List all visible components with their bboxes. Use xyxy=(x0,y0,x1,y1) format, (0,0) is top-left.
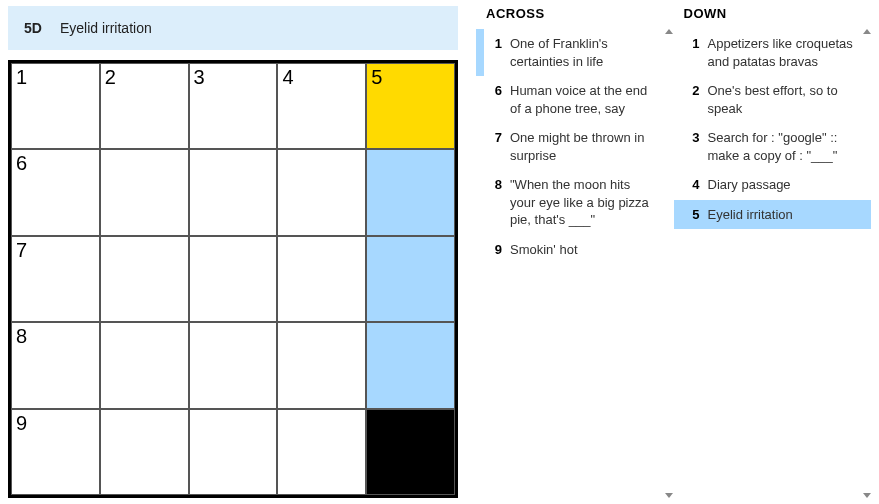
clue-number: 8 xyxy=(484,176,510,194)
grid-cell[interactable] xyxy=(189,149,278,235)
clue-text: Appetizers like croquetas and patatas br… xyxy=(708,35,866,70)
clue-text: One might be thrown in surprise xyxy=(510,129,668,164)
across-column: ACROSS 1One of Franklin's certainties in… xyxy=(476,6,674,498)
scroll-up-icon[interactable] xyxy=(863,29,871,34)
grid-cell[interactable] xyxy=(189,236,278,322)
crossword-grid[interactable]: 123456789 xyxy=(8,60,458,498)
grid-cell[interactable] xyxy=(277,236,366,322)
across-scrollbar[interactable] xyxy=(667,29,672,498)
across-clue-6[interactable]: 6Human voice at the end of a phone tree,… xyxy=(476,76,674,123)
across-title: ACROSS xyxy=(476,6,674,29)
clue-text: Smokin' hot xyxy=(510,241,668,259)
clue-number: 6 xyxy=(484,82,510,100)
down-scrollbar[interactable] xyxy=(864,29,869,498)
clue-text: One's best effort, so to speak xyxy=(708,82,866,117)
down-title: DOWN xyxy=(674,6,872,29)
cell-number: 1 xyxy=(16,66,27,89)
clue-number: 4 xyxy=(682,176,708,194)
clue-number: 9 xyxy=(484,241,510,259)
clue-number: 7 xyxy=(484,129,510,147)
grid-cell[interactable] xyxy=(277,409,366,495)
cell-number: 7 xyxy=(16,239,27,262)
grid-cell[interactable]: 3 xyxy=(189,63,278,149)
clue-number: 5 xyxy=(682,206,708,224)
grid-cell[interactable] xyxy=(277,322,366,408)
grid-cell[interactable]: 5 xyxy=(366,63,455,149)
clue-text: Eyelid irritation xyxy=(708,206,866,224)
grid-cell[interactable] xyxy=(189,409,278,495)
grid-cell[interactable]: 4 xyxy=(277,63,366,149)
down-scroll[interactable]: 1Appetizers like croquetas and patatas b… xyxy=(674,29,872,498)
clue-number: 3 xyxy=(682,129,708,147)
cell-number: 9 xyxy=(16,412,27,435)
scroll-up-icon[interactable] xyxy=(665,29,673,34)
across-clue-7[interactable]: 7One might be thrown in surprise xyxy=(476,123,674,170)
grid-cell[interactable] xyxy=(366,322,455,408)
clue-number: 1 xyxy=(484,35,510,53)
down-column: DOWN 1Appetizers like croquetas and pata… xyxy=(674,6,872,498)
crossword-app: 5D Eyelid irritation 123456789 ACROSS 1O… xyxy=(0,0,879,504)
cell-number: 8 xyxy=(16,325,27,348)
clue-text: Human voice at the end of a phone tree, … xyxy=(510,82,668,117)
down-clue-4[interactable]: 4Diary passage xyxy=(674,170,872,200)
scroll-down-icon[interactable] xyxy=(665,493,673,498)
current-clue-label: 5D xyxy=(24,20,42,36)
down-list: 1Appetizers like croquetas and patatas b… xyxy=(674,29,872,229)
across-clue-8[interactable]: 8"When the moon hits your eye like a big… xyxy=(476,170,674,235)
grid-cell[interactable] xyxy=(100,322,189,408)
cell-number: 4 xyxy=(282,66,293,89)
grid-cell[interactable] xyxy=(100,236,189,322)
clue-lists: ACROSS 1One of Franklin's certainties in… xyxy=(476,6,871,498)
grid-cell[interactable]: 1 xyxy=(11,63,100,149)
across-list: 1One of Franklin's certainties in life6H… xyxy=(476,29,674,264)
across-clue-9[interactable]: 9Smokin' hot xyxy=(476,235,674,265)
grid-cell[interactable] xyxy=(100,409,189,495)
grid-cell[interactable] xyxy=(366,236,455,322)
clue-number: 2 xyxy=(682,82,708,100)
grid-cell[interactable]: 2 xyxy=(100,63,189,149)
current-clue-text: Eyelid irritation xyxy=(60,20,152,36)
down-clue-1[interactable]: 1Appetizers like croquetas and patatas b… xyxy=(674,29,872,76)
down-clue-3[interactable]: 3Search for : "google" :: make a copy of… xyxy=(674,123,872,170)
current-clue-bar[interactable]: 5D Eyelid irritation xyxy=(8,6,458,50)
grid-cell[interactable] xyxy=(277,149,366,235)
across-clue-1[interactable]: 1One of Franklin's certainties in life xyxy=(476,29,674,76)
cell-number: 3 xyxy=(194,66,205,89)
grid-cell[interactable]: 8 xyxy=(11,322,100,408)
grid-cell xyxy=(366,409,455,495)
cell-number: 2 xyxy=(105,66,116,89)
across-scroll[interactable]: 1One of Franklin's certainties in life6H… xyxy=(476,29,674,498)
clue-text: Search for : "google" :: make a copy of … xyxy=(708,129,866,164)
grid-cell[interactable]: 7 xyxy=(11,236,100,322)
down-clue-2[interactable]: 2One's best effort, so to speak xyxy=(674,76,872,123)
grid-cell[interactable]: 9 xyxy=(11,409,100,495)
cell-number: 6 xyxy=(16,152,27,175)
clue-text: Diary passage xyxy=(708,176,866,194)
cell-number: 5 xyxy=(371,66,382,89)
grid-cell[interactable] xyxy=(100,149,189,235)
scroll-down-icon[interactable] xyxy=(863,493,871,498)
clue-number: 1 xyxy=(682,35,708,53)
grid-cell[interactable]: 6 xyxy=(11,149,100,235)
grid-cell[interactable] xyxy=(189,322,278,408)
clue-text: One of Franklin's certainties in life xyxy=(510,35,668,70)
down-clue-5[interactable]: 5Eyelid irritation xyxy=(674,200,872,230)
grid-cell[interactable] xyxy=(366,149,455,235)
left-panel: 5D Eyelid irritation 123456789 xyxy=(8,6,458,498)
clue-text: "When the moon hits your eye like a big … xyxy=(510,176,668,229)
